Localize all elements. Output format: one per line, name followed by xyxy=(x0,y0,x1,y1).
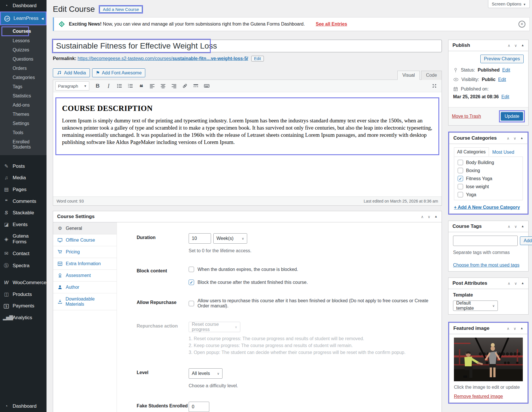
edit-visibility-link[interactable]: Edit xyxy=(498,77,506,82)
tab-pricing[interactable]: Pricing xyxy=(53,246,117,258)
move-up-icon[interactable]: ∧ xyxy=(508,224,510,229)
move-down-icon[interactable]: ∨ xyxy=(514,224,517,229)
move-down-icon[interactable]: ∨ xyxy=(514,43,517,48)
move-down-icon[interactable]: ∨ xyxy=(514,136,516,140)
add-media-button[interactable]: Add Media xyxy=(53,68,90,77)
sidebar-item-stackable[interactable]: S Stackable xyxy=(0,207,47,219)
tab-general[interactable]: ⚙ General xyxy=(53,222,117,234)
sidebar-item-contact[interactable]: ✉ Contact xyxy=(0,248,47,259)
italic-button[interactable]: I xyxy=(104,81,113,91)
sidebar-item-lessons[interactable]: Lessons xyxy=(0,36,47,45)
move-to-trash-link[interactable]: Move to Trash xyxy=(452,114,481,119)
fake-students-input[interactable] xyxy=(189,402,209,412)
add-new-course-button[interactable]: Add a New Course xyxy=(100,6,142,13)
sidebar-item-courses[interactable]: Courses xyxy=(2,27,28,35)
sidebar-item-woocommerce[interactable]: W WooCommerce xyxy=(0,277,47,288)
toggle-panel-icon[interactable]: ▲ xyxy=(434,215,438,219)
toggle-panel-icon[interactable]: ▲ xyxy=(520,326,523,331)
paragraph-format-select[interactable]: Paragraph ▼ xyxy=(55,81,89,91)
category-checkbox-fitness-yoga[interactable]: ✓ xyxy=(458,176,463,181)
sidebar-item-comments[interactable]: ❝ Comments xyxy=(0,195,47,207)
category-checkbox-yoga[interactable]: ✓ xyxy=(458,192,463,197)
move-up-icon[interactable]: ∧ xyxy=(507,326,510,331)
allow-repurchase-checkbox[interactable]: ✓ xyxy=(189,301,194,306)
tab-author[interactable]: Author xyxy=(53,282,117,293)
add-new-category-link[interactable]: + Add A New Course Category xyxy=(454,205,520,210)
sidebar-item-tools[interactable]: Tools xyxy=(0,128,47,137)
toggle-panel-icon[interactable]: ▲ xyxy=(521,281,524,286)
tab-visual[interactable]: Visual xyxy=(397,71,419,80)
tab-downloadable-materials[interactable]: Downloadable Materials xyxy=(53,293,117,310)
sidebar-item-gutena-forms[interactable]: ◈ Gutena Forms xyxy=(0,230,47,248)
tab-code[interactable]: Code xyxy=(421,71,442,80)
sidebar-item-analytics[interactable]: ▂▅▇ Analytics xyxy=(0,312,47,324)
sidebar-item-spectra[interactable]: Ⓢ Spectra xyxy=(0,259,47,272)
move-up-icon[interactable]: ∧ xyxy=(508,43,510,48)
permalink-edit-button[interactable]: Edit xyxy=(251,56,264,61)
sidebar-item-questions[interactable]: Questions xyxy=(0,55,47,64)
sidebar-item-media[interactable]: ♫ Media xyxy=(0,172,47,184)
keyboard-shortcuts-icon[interactable] xyxy=(202,81,212,91)
move-down-icon[interactable]: ∨ xyxy=(428,215,431,219)
sidebar-item-settings[interactable]: Settings xyxy=(0,119,47,128)
sidebar-item-themes[interactable]: Themes xyxy=(0,110,47,119)
category-checkbox-body-building[interactable]: ✓ xyxy=(458,160,463,165)
read-more-tag-icon[interactable] xyxy=(191,81,201,91)
course-title-input[interactable] xyxy=(53,40,442,52)
block-finished-checkbox[interactable]: ✓ xyxy=(189,280,194,285)
duration-unit-select[interactable]: Week(s) ∨ xyxy=(213,233,247,244)
tab-assessment[interactable]: Assessment xyxy=(53,270,117,282)
toggle-panel-icon[interactable]: ▲ xyxy=(521,43,524,48)
sidebar-item-enrolled-students[interactable]: Enrolled Students xyxy=(0,137,47,152)
bold-button[interactable]: B xyxy=(93,81,102,91)
tab-extra-information[interactable]: Extra Information xyxy=(53,258,117,270)
move-up-icon[interactable]: ∧ xyxy=(421,215,424,219)
sidebar-item-categories[interactable]: Categories xyxy=(0,73,47,82)
sidebar-item-quizzes[interactable]: Quizzes xyxy=(0,45,47,55)
add-font-awesome-button[interactable]: ⚑ Add Font Awesome xyxy=(92,68,146,77)
align-right-icon[interactable] xyxy=(169,81,179,91)
sidebar-item-orders[interactable]: Orders xyxy=(0,64,47,73)
editor-content-area[interactable]: COURSE DESCRIPTION Lorem Ipsum is simply… xyxy=(53,92,442,197)
block-expire-checkbox[interactable]: ✓ xyxy=(189,267,194,272)
sidebar-item-products[interactable]: ◫ Products xyxy=(0,288,47,300)
align-left-icon[interactable] xyxy=(147,81,157,91)
sidebar-item-addons[interactable]: Add-ons xyxy=(0,101,47,110)
category-checkbox-lose-weight[interactable]: ✓ xyxy=(458,184,463,189)
move-down-icon[interactable]: ∨ xyxy=(514,281,517,286)
bulleted-list-icon[interactable] xyxy=(115,81,124,91)
level-select[interactable]: All levels ∨ xyxy=(189,368,223,379)
remove-featured-image-link[interactable]: Remove featured image xyxy=(454,394,503,399)
add-tag-button[interactable]: Add xyxy=(520,236,532,245)
sidebar-item-posts[interactable]: ✎ Posts xyxy=(0,160,47,172)
sidebar-item-pages[interactable]: ▤ Pages xyxy=(0,184,47,195)
sidebar-item-dashboard-bottom[interactable]: ◔ Dashboard xyxy=(0,401,47,412)
toggle-panel-icon[interactable]: ▲ xyxy=(520,136,523,140)
move-down-icon[interactable]: ∨ xyxy=(514,326,516,331)
tags-input[interactable] xyxy=(453,236,518,246)
tab-offline-course[interactable]: Offline Course xyxy=(53,234,117,246)
category-checkbox-boxing[interactable]: ✓ xyxy=(458,168,463,173)
numbered-list-icon[interactable] xyxy=(125,81,135,91)
sidebar-item-events[interactable]: ◪ Events xyxy=(0,219,47,230)
edit-status-link[interactable]: Edit xyxy=(502,68,510,73)
move-up-icon[interactable]: ∧ xyxy=(507,136,510,140)
duration-input[interactable] xyxy=(189,233,211,244)
see-all-entries-link[interactable]: See all Entries xyxy=(316,22,347,27)
blockquote-icon[interactable]: ❝ xyxy=(136,81,146,91)
dismiss-notice-icon[interactable]: ✕ xyxy=(519,21,525,28)
move-up-icon[interactable]: ∧ xyxy=(508,281,510,286)
update-button[interactable]: Update xyxy=(501,112,523,121)
fullscreen-icon[interactable] xyxy=(430,81,439,91)
preview-changes-button[interactable]: Preview Changes xyxy=(480,55,524,63)
tab-most-used[interactable]: Most Used xyxy=(489,148,518,157)
permalink-link[interactable]: https://becomegeese.s2-tastewp.com/cours… xyxy=(78,56,248,61)
toggle-panel-icon[interactable]: ▲ xyxy=(521,224,524,229)
sidebar-item-learnpress[interactable]: LP LearnPress ◀ xyxy=(1,12,46,24)
sidebar-item-statistics[interactable]: Statistics xyxy=(0,91,47,101)
choose-most-used-tags-link[interactable]: Choose from the most used tags xyxy=(453,263,519,268)
template-select[interactable]: Default template ∨ xyxy=(453,301,498,311)
screen-options-button[interactable]: Screen Options▼ xyxy=(488,0,530,8)
featured-image[interactable] xyxy=(454,338,523,381)
align-center-icon[interactable] xyxy=(158,81,168,91)
